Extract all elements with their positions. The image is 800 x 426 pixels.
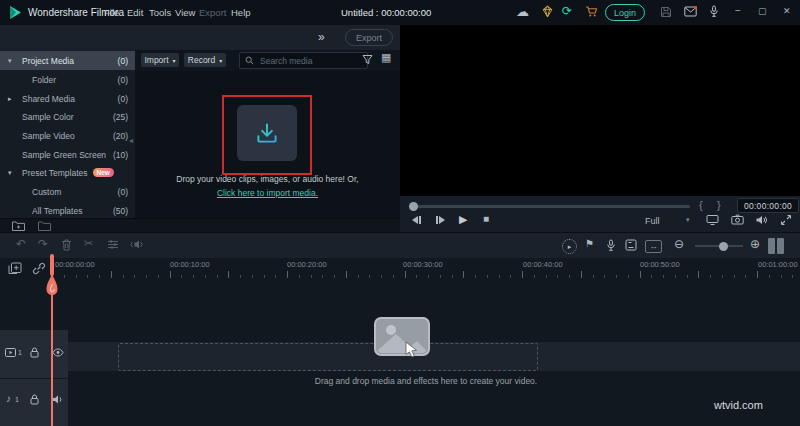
menu-file[interactable]: File: [104, 7, 119, 18]
mic-icon[interactable]: [708, 5, 720, 18]
maximize-button[interactable]: ▢: [758, 6, 767, 16]
filter-funnel-icon[interactable]: [362, 54, 373, 65]
sidebar-item-sample-video[interactable]: Sample Video (20): [0, 126, 135, 145]
manage-tracks-icon[interactable]: [8, 262, 22, 275]
playhead-handle[interactable]: [44, 274, 60, 301]
cart-icon[interactable]: [585, 5, 598, 18]
zoom-to-fit-icon[interactable]: ↔: [645, 240, 662, 253]
timeline-drop-zone[interactable]: [118, 343, 538, 371]
import-button[interactable]: Import▾: [141, 53, 179, 67]
minimize-button[interactable]: −: [735, 5, 741, 16]
video-track-icon: [5, 348, 16, 357]
search-box[interactable]: [239, 52, 368, 69]
mark-in-button[interactable]: {: [699, 199, 703, 211]
mail-icon[interactable]: [684, 6, 697, 17]
timeline-toolbar: ↶ ↷ ✂ ▸ ⚑ ↔ ⊖ ⊕: [0, 232, 800, 259]
lock-icon[interactable]: [30, 394, 39, 405]
sidebar-item-preset-templates[interactable]: ▾ Preset Templates New: [0, 163, 135, 182]
sidebar-item-folder[interactable]: Folder (0): [0, 70, 135, 89]
track-size-bar-icon[interactable]: [768, 238, 775, 254]
menu-view[interactable]: View: [175, 7, 195, 18]
sync-icon[interactable]: ⟳: [562, 5, 572, 17]
search-icon: [245, 56, 254, 65]
zoom-in-icon[interactable]: ⊕: [750, 238, 760, 250]
sidebar-item-sample-color[interactable]: Sample Color (25): [0, 107, 135, 126]
menu-export[interactable]: Export: [199, 7, 226, 18]
voiceover-mic-icon[interactable]: [605, 239, 617, 252]
sidebar-item-sample-green-screen[interactable]: Sample Green Screen (10): [0, 145, 135, 164]
watermark: wtvid.com: [714, 399, 763, 411]
zoom-out-icon[interactable]: ⊖: [674, 238, 684, 250]
more-tabs-chevron-icon[interactable]: »: [318, 31, 325, 43]
delete-trash-icon[interactable]: [61, 239, 72, 251]
menu-help[interactable]: Help: [231, 7, 251, 18]
ruler-label: 00:00:30:00: [403, 260, 443, 269]
sidebar-item-shared-media[interactable]: ▸ Shared Media (0): [0, 89, 135, 108]
grid-view-icon[interactable]: ▦: [381, 52, 391, 63]
render-preview-icon[interactable]: ▸: [562, 239, 577, 254]
save-icon[interactable]: [660, 6, 672, 18]
menu-edit[interactable]: Edit: [127, 7, 143, 18]
stop-button[interactable]: ■: [483, 214, 489, 224]
marker-flag-icon[interactable]: ⚑: [585, 239, 594, 249]
lock-icon[interactable]: [30, 347, 39, 358]
media-panel-bottom-bar: [0, 218, 400, 233]
import-media-link[interactable]: Click here to import media.: [135, 188, 400, 198]
sidebar-collapse-handle[interactable]: ◂: [129, 136, 133, 145]
cloud-icon[interactable]: ☁: [516, 5, 529, 18]
filmora-window: Wondershare Filmora File Edit Tools View…: [0, 0, 800, 426]
seek-bar[interactable]: [412, 205, 690, 208]
mark-out-button[interactable]: }: [717, 199, 721, 211]
upgrade-gem-icon[interactable]: [541, 5, 554, 18]
audio-track-icon: ♪: [6, 393, 11, 404]
caret-down-icon[interactable]: ▾: [686, 216, 690, 224]
ruler-label: 00:00:40:00: [523, 260, 563, 269]
caret-down-icon: ▾: [219, 57, 222, 64]
login-button[interactable]: Login: [605, 4, 645, 21]
sidebar-item-custom[interactable]: Custom (0): [0, 182, 135, 201]
export-button[interactable]: Export: [345, 29, 393, 46]
snapshot-camera-icon[interactable]: [731, 214, 744, 225]
ruler-label: 00:00:10:00: [170, 260, 210, 269]
seek-handle[interactable]: [409, 202, 418, 211]
new-badge: New: [93, 168, 114, 177]
next-frame-button[interactable]: [436, 216, 445, 224]
track-speaker-icon[interactable]: [52, 394, 64, 405]
play-button[interactable]: ▶: [459, 214, 467, 225]
redo-icon[interactable]: ↷: [38, 238, 48, 250]
close-button[interactable]: ✕: [783, 6, 791, 16]
dragged-media-thumbnail: [374, 317, 430, 356]
sidebar-item-project-media[interactable]: ▾ Project Media (0): [0, 51, 135, 70]
expanded-arrow-icon[interactable]: ▾: [8, 57, 12, 65]
volume-speaker-icon[interactable]: [755, 214, 768, 226]
delete-folder-icon[interactable]: [38, 221, 51, 231]
undo-icon[interactable]: ↶: [16, 238, 26, 250]
audio-track-header: ♪ 1: [0, 379, 68, 426]
new-folder-icon[interactable]: [12, 221, 25, 231]
preview-quality-select[interactable]: Full: [645, 216, 660, 226]
collapsed-arrow-icon[interactable]: ▸: [8, 95, 12, 103]
ruler-label: 00:00:50:00: [640, 260, 680, 269]
timeline-zoom-slider-handle[interactable]: [719, 242, 728, 251]
eye-icon[interactable]: [52, 348, 64, 357]
audio-mixer-icon[interactable]: [625, 239, 637, 251]
expanded-arrow-icon[interactable]: ▾: [8, 169, 12, 177]
ruler-label: 00:01:00:00: [758, 260, 798, 269]
track-size-bar-icon[interactable]: [777, 238, 784, 254]
preview-viewport: [400, 25, 800, 196]
audio-track-number: 1: [15, 396, 19, 403]
timeline-drop-hint: Drag and drop media and effects here to …: [126, 376, 726, 386]
menu-tools[interactable]: Tools: [149, 7, 171, 18]
search-input[interactable]: [258, 55, 350, 67]
caret-down-icon: ▾: [173, 57, 176, 64]
project-status: Untitled : 00:00:00:00: [341, 7, 431, 18]
previous-frame-button[interactable]: [412, 216, 421, 224]
fullscreen-expand-icon[interactable]: [780, 214, 792, 226]
detach-audio-icon[interactable]: [130, 239, 143, 250]
video-track-header: 1: [0, 330, 68, 378]
properties-mixer-icon[interactable]: [107, 239, 119, 250]
record-button[interactable]: Record▾: [184, 53, 226, 67]
timeline-ruler[interactable]: [52, 270, 800, 278]
display-monitor-icon[interactable]: [706, 214, 719, 226]
split-scissors-icon[interactable]: ✂: [84, 238, 93, 249]
